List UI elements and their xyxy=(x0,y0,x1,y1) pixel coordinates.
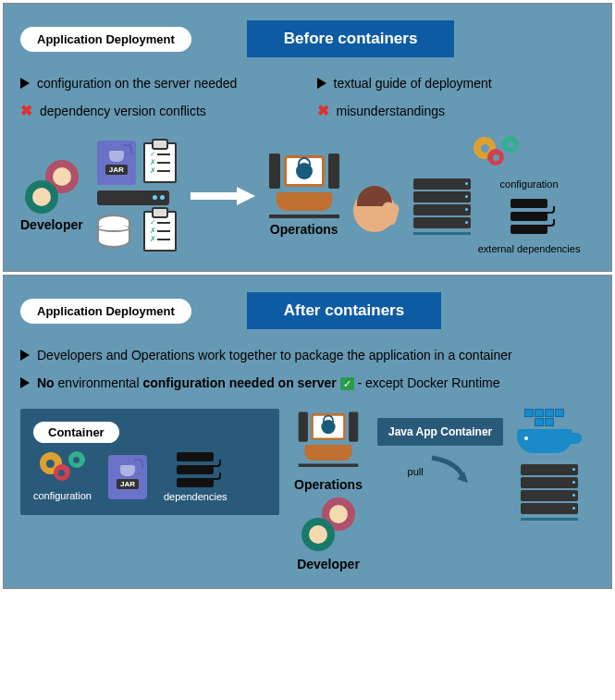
bullet: ✖dependency version conflicts xyxy=(20,102,299,119)
cross-icon: ✖ xyxy=(20,102,32,119)
deps-icon xyxy=(177,452,214,487)
arrow-icon xyxy=(191,187,255,205)
before-scene: Developer JAR ✓✗✗ ✓✗✗ Operations xyxy=(20,138,595,254)
artifacts: JAR ✓✗✗ ✓✗✗ xyxy=(97,141,177,252)
server-icon xyxy=(97,190,169,205)
triangle-icon xyxy=(20,78,30,89)
java-col: Java App Container pull xyxy=(377,418,503,490)
deps-label: dependencies xyxy=(164,491,228,502)
jar-label: JAR xyxy=(105,165,128,175)
curved-arrow-icon xyxy=(427,453,474,490)
server-stack-icon xyxy=(413,178,471,235)
bullet-text: misunderstandings xyxy=(337,104,446,118)
people-col: Operations Developer xyxy=(293,409,363,571)
jar-label: JAR xyxy=(117,479,139,489)
triangle-icon xyxy=(20,350,30,361)
java-container-box: Java App Container xyxy=(377,418,503,446)
operations-group: Operations xyxy=(269,155,339,237)
gears-icon xyxy=(43,453,83,486)
operations-icon xyxy=(269,155,339,218)
avatar-pair-icon xyxy=(25,160,79,214)
bullet-text: No environmental configuration needed on… xyxy=(37,375,500,390)
bullet: No environmental configuration needed on… xyxy=(20,375,595,390)
jar-icon: JAR xyxy=(97,141,136,185)
developer-label: Developer xyxy=(20,217,83,232)
container-pill: Container xyxy=(33,422,119,443)
jar-icon: JAR xyxy=(108,455,147,499)
target-col xyxy=(517,409,582,521)
before-panel: Application Deployment Before containers… xyxy=(3,3,612,272)
pull-label: pull xyxy=(408,466,424,477)
before-bullets: configuration on the server needed textu… xyxy=(20,76,595,119)
triangle-icon xyxy=(20,377,30,388)
after-header: Application Deployment After containers xyxy=(20,292,595,329)
developer-label: Developer xyxy=(297,557,360,571)
bullet: textual guide of deployment xyxy=(317,76,596,91)
database-icon xyxy=(97,215,130,248)
triangle-icon xyxy=(317,78,326,89)
checklist-icon: ✓✗✗ xyxy=(143,211,177,252)
bullet-text: dependency version conflicts xyxy=(40,104,206,118)
bullet: ✖misunderstandings xyxy=(317,102,596,119)
bullet-text: Developers and Operations work together … xyxy=(37,348,512,362)
checklist-icon: ✓✗✗ xyxy=(143,142,177,183)
server-stack-icon xyxy=(521,464,578,521)
bullet: Developers and Operations work together … xyxy=(20,348,595,362)
config-label: configuration xyxy=(33,490,92,501)
bullet-text: configuration on the server needed xyxy=(37,76,237,91)
after-scene: Container configuration JAR dependencies… xyxy=(20,409,595,571)
frustrated-face-icon xyxy=(353,190,400,254)
operations-icon xyxy=(299,413,359,467)
after-panel: Application Deployment After containers … xyxy=(3,275,612,589)
badge-after: Application Deployment xyxy=(20,299,191,324)
title-before: Before containers xyxy=(247,20,455,57)
bullet-text: textual guide of deployment xyxy=(334,76,492,91)
avatar-pair-icon xyxy=(301,497,355,551)
deps-label: external dependencies xyxy=(478,243,581,254)
container-box: Container configuration JAR dependencies xyxy=(20,409,279,515)
after-bullets: Developers and Operations work together … xyxy=(20,348,595,390)
badge-before: Application Deployment xyxy=(20,27,191,52)
gears-icon xyxy=(476,138,517,171)
bullet: configuration on the server needed xyxy=(20,76,299,91)
operations-label: Operations xyxy=(270,222,338,237)
before-header: Application Deployment Before containers xyxy=(20,20,595,57)
developer-group: Developer xyxy=(20,160,83,232)
server-side: configuration external dependencies xyxy=(413,138,581,254)
operations-label: Operations xyxy=(294,477,363,492)
deps-icon xyxy=(510,199,547,234)
title-after: After containers xyxy=(247,292,441,329)
docker-whale-icon xyxy=(517,409,582,453)
config-label: configuration xyxy=(500,178,559,190)
cross-icon: ✖ xyxy=(317,102,329,119)
